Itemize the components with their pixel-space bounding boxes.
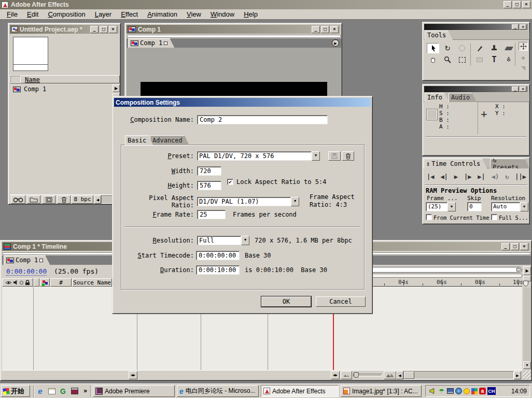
tools-minimize-button[interactable]: _ — [512, 24, 519, 30]
tray-acdsee-icon[interactable]: a — [479, 388, 486, 394]
tools-close-button[interactable]: × — [520, 24, 526, 30]
resolution-dropdown[interactable]: Full▼ — [197, 236, 249, 245]
panel-splitter-left[interactable]: ◀▶ — [129, 371, 137, 379]
panel-splitter-right[interactable]: ◀▶ — [331, 371, 340, 379]
comp-maximize-button[interactable]: □ — [321, 26, 329, 33]
project-hscroll-left[interactable]: ◀ — [94, 195, 101, 204]
timeline-tab-toggle[interactable] — [39, 259, 43, 262]
project-flyout-button[interactable]: ▶ — [113, 84, 120, 92]
new-folder-button[interactable] — [27, 195, 40, 204]
quicklaunch-ie-icon[interactable]: e — [36, 387, 44, 395]
tray-messenger-icon[interactable] — [471, 388, 478, 394]
project-titlebar[interactable]: Untitled Project.aep * _ □ × — [10, 25, 119, 34]
duration-input[interactable]: 0:00:10:00 — [196, 265, 240, 275]
full-screen-checkbox[interactable] — [491, 214, 497, 220]
height-input[interactable]: 576 — [197, 181, 221, 190]
brush-tool[interactable] — [473, 43, 486, 53]
skip-input[interactable]: 0 — [467, 202, 482, 211]
app-minimize-button[interactable]: _ — [503, 1, 512, 8]
info-titlebar[interactable]: _ × — [424, 86, 528, 92]
timeline-hscroll-track[interactable] — [403, 371, 514, 379]
axis-mode-tool[interactable] — [519, 42, 528, 51]
task-adobe-premiere[interactable]: Adobe Premiere — [93, 385, 175, 397]
frame-rate-dropdown[interactable]: (25)▼ — [426, 202, 456, 211]
timeline-hscroll-right[interactable]: ▶ — [514, 371, 521, 379]
tools-titlebar[interactable]: _ × — [424, 24, 528, 30]
lock-aspect-checkbox[interactable]: ✔ — [227, 179, 233, 185]
app-restore-button[interactable]: □ — [513, 1, 521, 8]
menu-window[interactable]: Window — [206, 10, 239, 18]
menu-layer[interactable]: Layer — [90, 10, 117, 18]
orbit-camera-tool[interactable] — [456, 43, 468, 53]
rectangle-tool[interactable] — [473, 54, 486, 65]
zoom-out-button[interactable] — [341, 371, 352, 379]
tab-presets[interactable]: & Presets — [490, 159, 529, 168]
prev-frame-button[interactable]: ◀| — [440, 173, 447, 180]
skew-tool[interactable]: ◥ — [517, 63, 529, 73]
tab-time-controls[interactable]: ↕Time Controls — [424, 159, 487, 168]
project-item-comp1[interactable]: Comp 1 — [10, 84, 113, 94]
selection-tool[interactable] — [427, 43, 439, 53]
pixel-aspect-dropdown[interactable]: D1/DV PAL (1.07)▼ — [197, 197, 299, 206]
start-timecode-input[interactable]: 0:00:00:00 — [196, 251, 240, 260]
last-frame-button[interactable]: ▶| — [478, 173, 485, 180]
task-after-effects[interactable]: Adobe After Effects — [261, 385, 339, 397]
save-preset-button[interactable] — [328, 151, 341, 161]
comp-tab-toggle[interactable] — [164, 41, 167, 45]
tools-tab[interactable]: Tools — [425, 31, 453, 40]
tab-basic[interactable]: Basic — [125, 135, 153, 145]
task-ie-forum[interactable]: e 电白同乡论坛 - Microso... — [177, 385, 259, 397]
timeline-hscroll-thumb[interactable] — [404, 372, 414, 379]
tray-network-icon[interactable] — [447, 388, 454, 394]
find-button[interactable] — [11, 195, 25, 204]
timeline-close-button[interactable]: × — [520, 243, 528, 250]
resize-grip[interactable] — [523, 371, 531, 379]
info-minimize-button[interactable]: _ — [512, 87, 519, 92]
sphere-tool[interactable]: ● — [517, 52, 529, 63]
menu-help[interactable]: Help — [239, 10, 262, 18]
project-name-column-header[interactable]: Name — [10, 75, 120, 83]
project-minimize-button[interactable]: _ — [90, 26, 99, 33]
layer-number-header[interactable]: # — [50, 278, 72, 287]
tray-flashget-icon[interactable] — [464, 388, 470, 394]
menu-view[interactable]: View — [182, 10, 206, 18]
width-input[interactable]: 720 — [197, 166, 221, 176]
comp-tab[interactable]: Comp 1 — [128, 38, 174, 48]
app-close-button[interactable]: × — [522, 1, 530, 8]
pen-tool[interactable] — [502, 54, 515, 65]
resolution-dropdown[interactable]: Auto▼ — [491, 202, 528, 211]
quicklaunch-mail-icon[interactable] — [48, 388, 55, 394]
cancel-button[interactable]: Cancel — [316, 296, 366, 307]
audio-button[interactable]: ◀) — [492, 173, 499, 180]
parent-header[interactable] — [40, 278, 50, 287]
comp-close-button[interactable]: × — [330, 26, 339, 33]
delete-button[interactable] — [57, 195, 71, 204]
project-hscroll-track[interactable] — [101, 195, 113, 204]
ruler-flyout-button[interactable]: ▶ — [523, 266, 531, 275]
source-name-header[interactable]: Source Name — [72, 278, 112, 287]
comp-name-input[interactable]: Comp 2 — [197, 115, 328, 124]
start-button[interactable]: 开始 — [1, 385, 30, 397]
menu-file[interactable]: File — [2, 10, 22, 18]
preset-dropdown[interactable]: PAL D1/DV, 720 x 576▼ — [197, 151, 320, 161]
tray-ime-indicator[interactable]: CH — [487, 387, 496, 395]
quicklaunch-more-chevron[interactable]: » — [81, 387, 89, 394]
vscroll-down-button[interactable]: ▼ — [523, 361, 531, 369]
clone-stamp-tool[interactable] — [488, 43, 500, 53]
eraser-tool[interactable] — [502, 43, 515, 53]
tab-advanced[interactable]: Advanced — [150, 135, 189, 145]
current-timecode[interactable]: 0:00:00:00 — [6, 267, 47, 276]
first-frame-button[interactable]: |◀ — [427, 173, 434, 180]
hand-tool[interactable] — [427, 54, 439, 65]
delete-preset-button[interactable] — [342, 151, 354, 161]
play-button[interactable]: ▶ — [454, 173, 458, 180]
timeline-hscroll-left[interactable]: ◀ — [396, 371, 403, 379]
timeline-tab[interactable]: Comp 1 — [4, 255, 50, 265]
comp-minimize-button[interactable]: _ — [312, 26, 320, 33]
menu-composition[interactable]: Composition — [43, 10, 90, 18]
zoom-tool[interactable] — [441, 54, 454, 65]
roi-tool[interactable] — [456, 54, 468, 65]
timeline-zoom-slider-handle[interactable] — [354, 372, 359, 378]
quicklaunch-movie-icon[interactable] — [71, 388, 78, 394]
comp-menu-button[interactable]: ▶ — [332, 39, 339, 47]
